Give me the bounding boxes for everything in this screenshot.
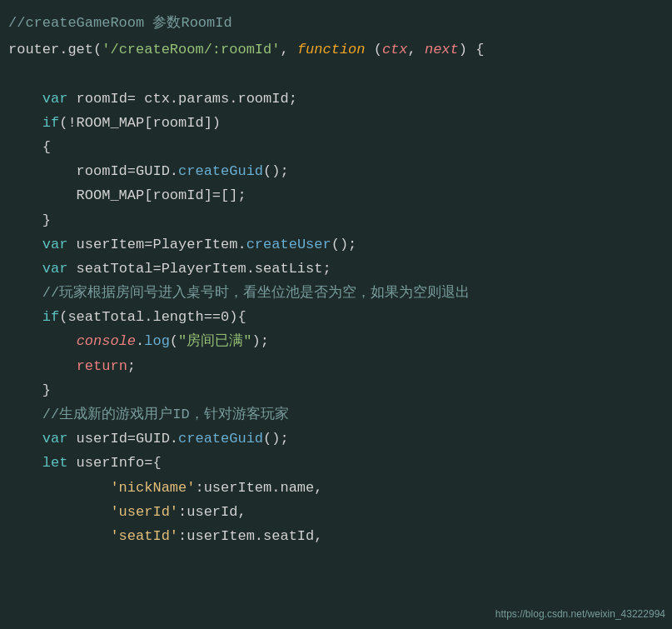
code-line: ROOM_MAP[roomId]=[]; (0, 183, 672, 207)
code-token: :userId, (178, 501, 246, 523)
code-token: roomId= ctx.params.roomId; (67, 87, 296, 110)
code-token: '/createRoom/:roomId' (102, 38, 280, 61)
code-token (8, 501, 110, 523)
code-token: } (8, 379, 51, 402)
code-token: router (8, 38, 59, 61)
code-line: } (0, 378, 672, 402)
code-token: ); (251, 330, 268, 352)
code-line: router.get('/createRoom/:roomId', functi… (0, 37, 672, 62)
code-token: :userItem.seatId, (178, 525, 322, 547)
watermark: https://blog.csdn.net/weixin_43222994 (495, 607, 665, 622)
code-token: . (136, 330, 144, 352)
code-token: var (42, 427, 68, 450)
code-token: 'userId' (110, 501, 178, 523)
code-token (8, 355, 77, 377)
code-token: , (408, 38, 425, 61)
code-token: //玩家根据房间号进入桌号时，看坐位池是否为空，如果为空则退出 (8, 282, 470, 304)
code-token: ROOM_MAP[roomId]=[]; (8, 184, 246, 207)
code-line: //玩家根据房间号进入桌号时，看坐位池是否为空，如果为空则退出 (0, 281, 672, 305)
code-line: if(seatTotal.length==0){ (0, 305, 672, 329)
code-token: roomId=GUID. (8, 160, 178, 182)
code-line: return; (0, 354, 672, 378)
code-token: next (425, 38, 459, 61)
code-token (8, 330, 77, 352)
code-token: userInfo={ (67, 452, 161, 474)
code-token (8, 452, 42, 474)
code-token: //生成新的游戏用户ID，针对游客玩家 (8, 403, 289, 426)
code-token: ; (127, 355, 136, 377)
code-token: 'seatId' (110, 525, 178, 547)
code-token (8, 306, 42, 328)
code-token: function (297, 38, 366, 61)
code-line: 'nickName':userItem.name, (0, 476, 672, 500)
code-editor: //createGameRoom 参数RoomId router.get('/c… (0, 0, 672, 629)
code-token (8, 525, 110, 547)
code-token: log (144, 330, 170, 352)
code-token: (); (263, 427, 289, 450)
code-lines: router.get('/createRoom/:roomId', functi… (0, 37, 672, 548)
code-token: console (77, 330, 136, 352)
code-token (8, 112, 42, 134)
code-token (8, 477, 110, 499)
code-token: } (8, 209, 51, 232)
code-token: if (42, 306, 59, 328)
code-token: (); (263, 160, 289, 182)
code-token: var (42, 233, 68, 256)
code-token: , (280, 38, 296, 61)
code-line: //生成新的游戏用户ID，针对游客玩家 (0, 402, 672, 427)
code-line (0, 62, 672, 86)
code-token: if (42, 112, 59, 134)
code-token: ( (170, 330, 178, 352)
code-token (8, 87, 42, 110)
code-token (8, 257, 42, 280)
code-token: (seatTotal.length==0){ (59, 306, 246, 328)
code-line: } (0, 208, 672, 232)
code-token: userItem=PlayerItem. (67, 233, 246, 256)
code-token: userId=GUID. (67, 427, 178, 450)
code-token: var (42, 87, 68, 110)
code-line: var userId=GUID.createGuid(); (0, 427, 672, 451)
code-token: createGuid (178, 427, 263, 450)
code-token: return (77, 355, 127, 377)
file-comment: //createGameRoom 参数RoomId (0, 8, 672, 37)
code-token: (); (331, 233, 357, 256)
code-line: 'seatId':userItem.seatId, (0, 524, 672, 548)
code-token: ( (366, 38, 382, 61)
code-token: seatTotal=PlayerItem.seatList; (67, 257, 331, 280)
code-line: var roomId= ctx.params.roomId; (0, 87, 672, 111)
code-token: var (42, 257, 68, 280)
code-token: ctx (382, 38, 408, 61)
code-token: (!ROOM_MAP[roomId]) (59, 112, 221, 134)
code-token: 'nickName' (110, 477, 195, 499)
code-token: ) { (459, 38, 485, 61)
code-line: var seatTotal=PlayerItem.seatList; (0, 257, 672, 281)
code-token: let (42, 452, 68, 474)
code-line: if(!ROOM_MAP[roomId]) (0, 111, 672, 135)
code-line: { (0, 135, 672, 159)
code-token (8, 233, 42, 256)
code-token: createGuid (178, 160, 263, 182)
code-token: { (8, 136, 51, 158)
code-line: console.log("房间已满"); (0, 329, 672, 353)
code-token: :userItem.name, (195, 477, 322, 499)
code-line: roomId=GUID.createGuid(); (0, 159, 672, 183)
code-line: let userInfo={ (0, 451, 672, 475)
code-token: .get( (59, 38, 102, 61)
code-line: 'userId':userId, (0, 500, 672, 524)
code-token: "房间已满" (178, 330, 251, 352)
code-token: createUser (246, 233, 331, 256)
code-token (8, 427, 42, 450)
code-line: var userItem=PlayerItem.createUser(); (0, 232, 672, 257)
